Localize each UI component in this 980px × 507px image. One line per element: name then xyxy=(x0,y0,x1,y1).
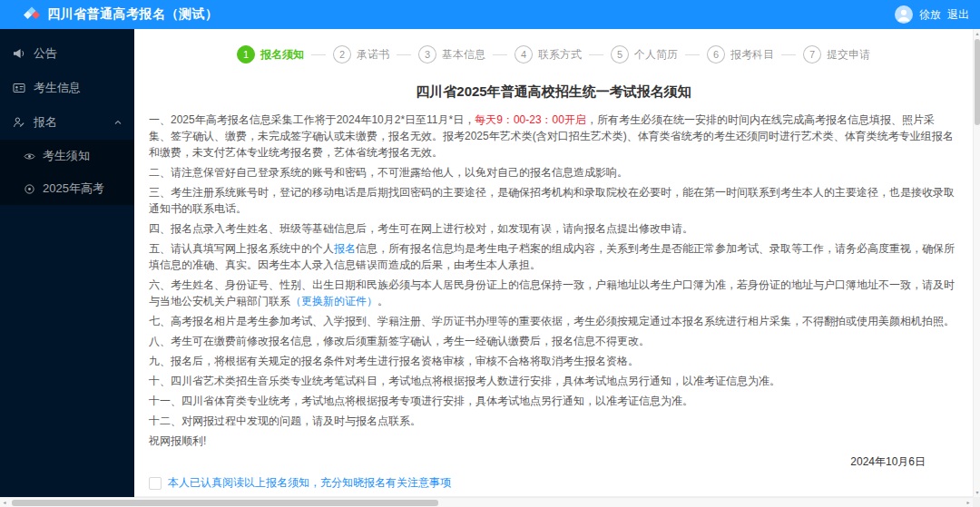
notice-date: 2024年10月6日 xyxy=(134,454,973,470)
notice-text: 十一、四川省体育类专业统考，考试地点将根据报考专项进行安排，具体考试地点另行通知… xyxy=(149,395,693,407)
step-number: 4 xyxy=(514,45,533,63)
registration-info-link[interactable]: 报名 xyxy=(334,242,356,255)
notice-text: 祝网报顺利! xyxy=(149,434,206,447)
notice-text: 十二、对网报过程中发现的问题，请及时与报名点联系。 xyxy=(149,414,421,427)
app-header: 四川省普通高考报名（测试） 徐放 退出 xyxy=(0,0,980,29)
sidebar-item-announcements[interactable]: 公告 xyxy=(0,36,134,71)
app-title: 四川省普通高考报名（测试） xyxy=(47,6,219,23)
notice-text: 十、四川省艺术类招生音乐类专业统考笔试科目，考试地点将根据报考人数进行安排，具体… xyxy=(149,375,780,387)
eye-icon xyxy=(24,151,35,162)
registration-submenu: 考生须知 2025年高考 xyxy=(0,140,134,205)
sidebar-item-candidate-info[interactable]: 考生信息 xyxy=(0,71,134,105)
app-logo xyxy=(24,6,40,23)
horizontal-scrollbar[interactable]: ◂ ▸ xyxy=(0,497,980,507)
replace-id-card-link[interactable]: （更换新的证件） xyxy=(290,295,377,307)
step-1: 1 报名须知 xyxy=(237,45,304,63)
notice-paragraph-2: 二、请注意保管好自己登录系统的账号和密码，不可泄露给他人，以免对自己的报名信息造… xyxy=(149,164,955,180)
notice-paragraph-11: 十一、四川省体育类专业统考，考试地点将根据报考专项进行安排，具体考试地点另行通知… xyxy=(149,393,955,409)
sidebar-item-label: 报名 xyxy=(34,114,57,131)
chevron-up-icon xyxy=(114,119,122,126)
notice-body: 一、2025年高考报名信息采集工作将于2024年10月2*日至11月*日，每天9… xyxy=(134,112,973,449)
step-label: 基本信息 xyxy=(442,47,485,63)
notice-text: 。 xyxy=(377,295,388,307)
announcement-icon xyxy=(13,47,25,60)
notice-paragraph-3: 三、考生注册系统账号时，登记的移动电话是后期找回密码的主要途径，是确保招考机构和… xyxy=(149,184,955,217)
sidebar-item-registration[interactable]: 报名 xyxy=(0,105,134,140)
notice-text: 九、报名后，将根据有关规定的报名条件对考生进行报名资格审核，审核不合格将取消考生… xyxy=(149,355,639,367)
step-2: 2 承诺书 xyxy=(333,45,389,63)
step-number: 6 xyxy=(707,45,725,63)
scroll-right-icon[interactable]: ▸ xyxy=(964,498,973,507)
notice-text: 六、考生姓名、身份证号、性别、出生日期和民族必须与本人居民身份证上的信息保持一致… xyxy=(149,278,955,307)
notice-text: 四、报名点录入考生姓名、班级等基础信息后，考生可在网上进行校对，如发现有误，请向… xyxy=(149,222,693,235)
notice-paragraph-4: 四、报名点录入考生姓名、班级等基础信息后，考生可在网上进行校对，如发现有误，请向… xyxy=(149,220,955,237)
scroll-down-icon[interactable]: ▾ xyxy=(974,488,980,497)
notice-text: 八、考生可在缴费前修改报名信息，修改后须重新签字确认，考生一经确认缴费后，报名信… xyxy=(149,335,650,347)
notice-text: 五、请认真填写网上报名系统中的个人 xyxy=(149,242,334,255)
vertical-scroll-thumb[interactable] xyxy=(975,39,980,125)
agreement-row: 本人已认真阅读以上报名须知，充分知晓报名有关注意事项 xyxy=(149,475,973,491)
step-label: 报考科目 xyxy=(730,47,774,63)
step-5: 5 个人简历 xyxy=(611,45,678,63)
idcard-icon xyxy=(13,82,25,94)
step-number: 7 xyxy=(803,45,821,63)
step-number: 1 xyxy=(237,45,255,63)
agree-checkbox[interactable] xyxy=(149,477,162,490)
step-label: 承诺书 xyxy=(357,47,389,63)
steps-bar: 1 报名须知 2 承诺书 3 基本信息 4 联系方式 5 个人简历 xyxy=(134,29,973,74)
step-label: 提交申请 xyxy=(827,47,870,63)
step-separator xyxy=(589,54,603,55)
agree-checkbox-label[interactable]: 本人已认真阅读以上报名须知，充分知晓报名有关注意事项 xyxy=(168,475,451,491)
step-separator xyxy=(311,54,326,55)
time-highlight: 每天9：00-23：00开启 xyxy=(475,113,586,126)
user-avatar[interactable] xyxy=(895,5,913,24)
step-6: 6 报考科目 xyxy=(707,45,774,63)
notice-paragraph-6: 六、考生姓名、身份证号、性别、出生日期和民族必须与本人居民身份证上的信息保持一致… xyxy=(149,277,955,309)
vertical-scrollbar[interactable]: ▴ ▾ xyxy=(973,29,980,497)
step-label: 联系方式 xyxy=(538,47,582,63)
notice-paragraph-9: 九、报名后，将根据有关规定的报名条件对考生进行报名资格审核，审核不合格将取消考生… xyxy=(149,353,955,369)
sidebar-subitem-label: 2025年高考 xyxy=(43,180,104,197)
step-separator xyxy=(685,54,700,55)
username: 徐放 xyxy=(919,7,941,23)
step-separator xyxy=(781,54,796,55)
notice-paragraph-8: 八、考生可在缴费前修改报名信息，修改后须重新签字确认，考生一经确认缴费后，报名信… xyxy=(149,333,955,349)
notice-paragraph-7: 七、高考报名相片是考生参加考试、入学报到、学籍注册、学历证书办理等的重要依据，考… xyxy=(149,313,955,329)
scroll-up-icon[interactable]: ▴ xyxy=(974,29,980,38)
notice-text: 二、请注意保管好自己登录系统的账号和密码，不可泄露给他人，以免对自己的报名信息造… xyxy=(149,166,628,179)
sidebar-subitem-candidate-notice[interactable]: 考生须知 xyxy=(0,140,134,172)
step-4: 4 联系方式 xyxy=(514,45,582,63)
step-separator xyxy=(493,54,507,55)
notice-text: 七、高考报名相片是考生参加考试、入学报到、学籍注册、学历证书办理等的重要依据，考… xyxy=(149,315,955,327)
step-number: 5 xyxy=(611,45,629,63)
step-number: 3 xyxy=(418,45,436,63)
sidebar-item-label: 公告 xyxy=(34,45,57,62)
sidebar-subitem-label: 考生须知 xyxy=(43,148,90,164)
step-label: 个人简历 xyxy=(634,47,678,63)
step-7: 7 提交申请 xyxy=(803,45,870,63)
notice-paragraph-10: 十、四川省艺术类招生音乐类专业统考笔试科目，考试地点将根据报考人数进行安排，具体… xyxy=(149,373,955,389)
sidebar-item-label: 考生信息 xyxy=(34,80,81,96)
horizontal-scroll-thumb[interactable] xyxy=(12,500,438,506)
header-user-area: 徐放 退出 xyxy=(895,5,969,24)
notice-title: 四川省2025年普通高校招生统一考试报名须知 xyxy=(134,83,973,101)
step-number: 2 xyxy=(333,45,351,63)
notice-text: 一、2025年高考报名信息采集工作将于2024年10月2*日至11月*日， xyxy=(149,113,475,126)
notice-paragraph-12: 十二、对网报过程中发现的问题，请及时与报名点联系。 xyxy=(149,413,955,429)
logout-button[interactable]: 退出 xyxy=(947,7,969,23)
scrollbar-corner xyxy=(973,497,980,507)
notice-text: 三、考生注册系统账号时，登记的移动电话是后期找回密码的主要途径，是确保招考机构和… xyxy=(149,186,955,215)
notice-paragraph-5: 五、请认真填写网上报名系统中的个人报名信息，所有报名信息均是考生电子档案的组成内… xyxy=(149,240,955,273)
registration-icon xyxy=(13,116,25,129)
scroll-left-icon[interactable]: ◂ xyxy=(0,498,9,507)
sidebar-subitem-2025-exam[interactable]: 2025年高考 xyxy=(0,172,134,205)
sidebar: 公告 考生信息 报名 考生须知 xyxy=(0,29,134,497)
step-label: 报名须知 xyxy=(260,47,304,63)
notice-paragraph-1: 一、2025年高考报名信息采集工作将于2024年10月2*日至11月*日，每天9… xyxy=(149,112,955,161)
circle-icon xyxy=(24,183,35,195)
closing-wish: 祝网报顺利! xyxy=(149,433,955,449)
step-separator xyxy=(397,54,411,55)
app-window: 四川省普通高考报名（测试） 徐放 退出 公告 考生信息 xyxy=(0,0,980,507)
main-content: 1 报名须知 2 承诺书 3 基本信息 4 联系方式 5 个人简历 xyxy=(134,29,973,497)
step-3: 3 基本信息 xyxy=(418,45,485,63)
